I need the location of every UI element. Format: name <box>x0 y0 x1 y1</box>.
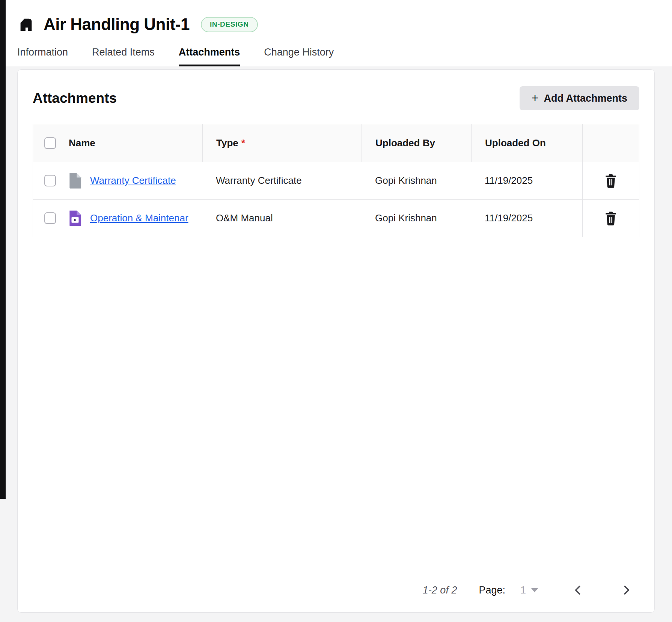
uploaded-by-cell: Gopi Krishnan <box>362 175 471 186</box>
select-all-checkbox[interactable] <box>44 137 56 149</box>
section-title: Attachments <box>33 90 117 106</box>
tab-information[interactable]: Information <box>17 47 68 66</box>
row-actions-cell <box>582 200 639 237</box>
uploaded-on-cell: 11/19/2025 <box>471 212 582 224</box>
attachment-type-cell: O&M Manual <box>202 212 362 224</box>
row-checkbox-cell <box>33 162 68 199</box>
column-header-type: Type <box>216 137 238 149</box>
tab-related-items[interactable]: Related Items <box>92 47 155 66</box>
main-area: Attachments + Add Attachments Name Type … <box>0 66 672 622</box>
header-cell-type: Type * <box>202 124 362 162</box>
document-file-icon <box>68 173 82 189</box>
uploaded-on-cell: 11/19/2025 <box>471 175 582 186</box>
previous-page-button[interactable] <box>570 582 586 598</box>
status-badge: IN-DESIGN <box>201 17 258 32</box>
add-attachments-label: Add Attachments <box>544 93 627 104</box>
tab-attachments[interactable]: Attachments <box>179 47 240 66</box>
add-attachments-button[interactable]: + Add Attachments <box>520 86 639 110</box>
delete-attachment-button[interactable] <box>601 208 620 228</box>
tab-bar: Information Related Items Attachments Ch… <box>17 47 655 66</box>
left-edge-overlay <box>0 0 6 499</box>
row-actions-cell <box>582 162 639 199</box>
card-header: Attachments + Add Attachments <box>33 86 639 110</box>
title-row: Air Handling Unit-1 IN-DESIGN <box>17 15 655 34</box>
page-header: Air Handling Unit-1 IN-DESIGN Informatio… <box>0 0 672 66</box>
column-header-name: Name <box>69 137 95 149</box>
attachment-link[interactable]: Operation & Maintenar <box>90 212 188 224</box>
tab-change-history[interactable]: Change History <box>264 47 334 66</box>
attachment-name-cell: Warranty Certificate <box>68 162 202 199</box>
header-cell-uploaded-by: Uploaded By <box>362 124 471 162</box>
header-cell-uploaded-on: Uploaded On <box>471 124 582 162</box>
attachment-type-cell: Warranty Certificate <box>202 175 362 186</box>
page-title: Air Handling Unit-1 <box>44 15 190 34</box>
current-page-value: 1 <box>520 584 526 596</box>
slides-file-icon <box>68 210 82 227</box>
row-checkbox[interactable] <box>44 175 56 186</box>
table-row: Operation & Maintenar O&M Manual Gopi Kr… <box>33 200 639 237</box>
pagination-bar: 1-2 of 2 Page: 1 <box>33 575 639 598</box>
page-number-select[interactable]: 1 <box>520 584 538 596</box>
pagination-page-label: Page: <box>479 584 505 596</box>
row-checkbox[interactable] <box>44 212 56 224</box>
table-row: Warranty Certificate Warranty Certificat… <box>33 162 639 200</box>
table-header-row: Name Type * Uploaded By Uploaded On <box>33 124 639 162</box>
header-cell-actions <box>582 124 639 162</box>
asset-building-icon <box>17 16 35 33</box>
column-header-uploaded-on: Uploaded On <box>485 137 546 149</box>
row-checkbox-cell <box>33 200 68 237</box>
header-cell-name: Name <box>33 124 202 162</box>
required-asterisk: * <box>241 137 245 149</box>
pagination-range: 1-2 of 2 <box>423 584 457 596</box>
chevron-down-icon <box>531 588 538 592</box>
attachments-card: Attachments + Add Attachments Name Type … <box>17 69 655 613</box>
column-header-uploaded-by: Uploaded By <box>375 137 435 149</box>
delete-attachment-button[interactable] <box>601 171 620 191</box>
attachment-link[interactable]: Warranty Certificate <box>90 175 176 186</box>
next-page-button[interactable] <box>618 582 634 598</box>
attachment-name-cell: Operation & Maintenar <box>68 200 202 237</box>
attachments-table: Name Type * Uploaded By Uploaded On <box>33 124 639 237</box>
uploaded-by-cell: Gopi Krishnan <box>362 212 471 224</box>
plus-icon: + <box>532 92 539 104</box>
